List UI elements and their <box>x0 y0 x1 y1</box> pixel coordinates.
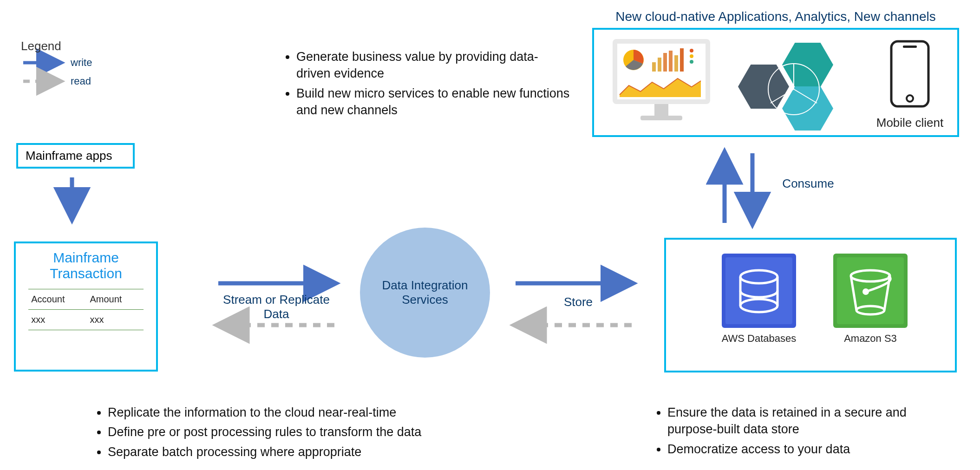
legend-write-label: write <box>71 57 92 69</box>
svg-line-16 <box>771 89 794 103</box>
legend-read-label: read <box>71 75 91 87</box>
col-account: Account <box>28 289 87 310</box>
mainframe-apps-label: Mainframe apps <box>26 149 112 163</box>
flow-store-label: Store <box>546 295 611 309</box>
aws-databases-label: AWS Databases <box>710 333 808 345</box>
flow-consume-label: Consume <box>771 176 845 191</box>
circle-line2: Services <box>402 293 448 307</box>
svg-line-17 <box>794 89 817 103</box>
cloud-native-header: New cloud-native Applications, Analytics… <box>595 9 957 24</box>
data-integration-circle: Data Integration Services <box>360 228 490 358</box>
svg-point-11 <box>690 49 693 52</box>
mainframe-card-title: Mainframe Transaction <box>16 243 156 284</box>
flow-stream-line2: Data <box>264 307 289 321</box>
svg-rect-20 <box>903 46 917 48</box>
mainframe-transaction-table: Account Amount xxx xxx <box>28 289 144 330</box>
aws-storage-box: AWS Databases Amazon S3 <box>664 238 957 372</box>
mainframe-card-title-line1: Mainframe <box>53 250 119 265</box>
br-bullet-2: Democratize access to your data <box>667 441 946 457</box>
br-bullet-1: Ensure the data is retained in a secure … <box>667 404 946 438</box>
hexagon-cluster-icon <box>733 44 854 132</box>
flow-stream-label: Stream or Replicate Data <box>214 293 339 321</box>
bl-bullet-2: Define pre or post processing rules to t… <box>108 424 470 440</box>
mobile-client-label: Mobile client <box>863 116 956 130</box>
bottom-right-bullets: Ensure the data is retained in a secure … <box>653 404 946 460</box>
mobile-client-icon <box>882 39 938 113</box>
cloud-apps-box: Mobile client <box>592 28 959 137</box>
mainframe-apps-box: Mainframe apps <box>16 143 135 169</box>
svg-rect-3 <box>640 116 682 120</box>
svg-rect-6 <box>658 58 661 72</box>
top-bullet-2: Build new micro services to enable new f… <box>296 85 570 119</box>
svg-point-19 <box>907 95 913 102</box>
bl-bullet-1: Replicate the information to the cloud n… <box>108 404 470 421</box>
svg-rect-18 <box>891 41 928 106</box>
mainframe-card-title-line2: Transaction <box>50 266 122 281</box>
svg-rect-5 <box>652 62 656 72</box>
svg-rect-10 <box>680 48 684 72</box>
svg-point-29 <box>862 288 869 295</box>
svg-rect-8 <box>669 51 673 72</box>
dashboard-monitor-icon <box>608 37 715 130</box>
bottom-left-bullets: Replicate the information to the cloud n… <box>93 404 470 463</box>
top-bullet-1: Generate business value by providing dat… <box>296 48 570 82</box>
mainframe-transaction-card: Mainframe Transaction Account Amount xxx… <box>14 242 158 372</box>
svg-rect-9 <box>674 55 678 72</box>
amazon-s3-label: Amazon S3 <box>829 333 912 345</box>
aws-databases-icon <box>722 254 796 328</box>
bl-bullet-3: Separate batch processing where appropri… <box>108 444 470 460</box>
flow-stream-line1: Stream or Replicate <box>223 293 330 307</box>
legend-title: Legend <box>21 39 61 53</box>
val-amount: xxx <box>87 310 143 330</box>
svg-rect-7 <box>663 53 667 72</box>
svg-rect-22 <box>725 257 792 324</box>
svg-point-13 <box>690 60 693 64</box>
svg-rect-2 <box>654 104 668 116</box>
val-account: xxx <box>28 310 87 330</box>
col-amount: Amount <box>87 289 143 310</box>
svg-point-12 <box>690 54 693 58</box>
circle-line1: Data Integration <box>382 278 468 292</box>
top-bullets: Generate business value by providing dat… <box>281 48 570 122</box>
amazon-s3-icon <box>833 254 908 328</box>
